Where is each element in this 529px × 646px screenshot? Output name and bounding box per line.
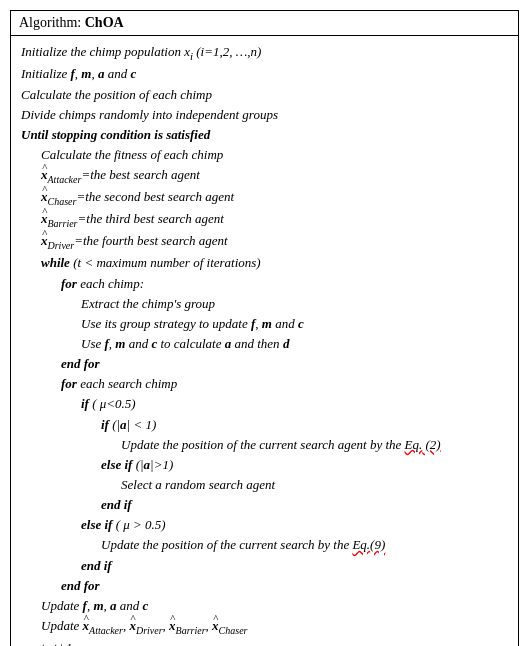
line-22: Select a random search agent bbox=[21, 475, 508, 495]
line-29: Update xAttacker, xDriver, xBarrier, xCh… bbox=[21, 616, 508, 638]
algorithm-box: Algorithm: ChOA Initialize the chimp pop… bbox=[10, 10, 519, 646]
line-23: end if bbox=[21, 495, 508, 515]
line-26: end if bbox=[21, 556, 508, 576]
line-18: if ( μ<0.5) bbox=[21, 394, 508, 414]
line-5-until: Until stopping condition is satisfied bbox=[21, 125, 508, 145]
algorithm-name: ChOA bbox=[85, 15, 124, 30]
algorithm-title: Algorithm: ChOA bbox=[11, 11, 518, 36]
line-10: xDriver=the fourth best search agent bbox=[21, 231, 508, 253]
line-19: if (|a| < 1) bbox=[21, 415, 508, 435]
line-8: xChaser=the second best search agent bbox=[21, 187, 508, 209]
line-25: Update the position of the current searc… bbox=[21, 535, 508, 555]
line-7: xAttacker=the best search agent bbox=[21, 165, 508, 187]
line-13: Extract the chimp's group bbox=[21, 294, 508, 314]
line-15: Use f, m and c to calculate a and then d bbox=[21, 334, 508, 354]
line-17: for each search chimp bbox=[21, 374, 508, 394]
line-21: else if (|a|>1) bbox=[21, 455, 508, 475]
algorithm-word: Algorithm: bbox=[19, 15, 85, 30]
line-28: Update f, m, a and c bbox=[21, 596, 508, 616]
line-3: Calculate the position of each chimp bbox=[21, 85, 508, 105]
line-2: Initialize f, m, a and c bbox=[21, 64, 508, 84]
line-14: Use its group strategy to update f, m an… bbox=[21, 314, 508, 334]
line-9: xBarrier=the third best search agent bbox=[21, 209, 508, 231]
line-30: t=t+1 bbox=[21, 638, 508, 646]
line-20: Update the position of the current searc… bbox=[21, 435, 508, 455]
line-16: end for bbox=[21, 354, 508, 374]
algorithm-content: Initialize the chimp population xi (i=1,… bbox=[11, 36, 518, 646]
line-24: else if ( μ > 0.5) bbox=[21, 515, 508, 535]
line-6: Calculate the fitness of each chimp bbox=[21, 145, 508, 165]
line-27: end for bbox=[21, 576, 508, 596]
line-1: Initialize the chimp population xi (i=1,… bbox=[21, 42, 508, 64]
line-12: for each chimp: bbox=[21, 274, 508, 294]
line-4: Divide chimps randomly into independent … bbox=[21, 105, 508, 125]
line-11-while: while (t < maximum number of iterations) bbox=[21, 253, 508, 273]
